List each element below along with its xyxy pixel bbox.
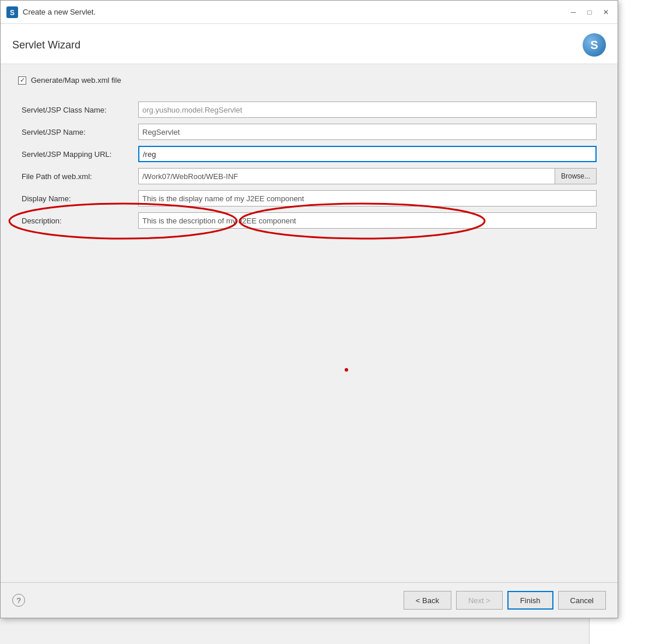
file-path-input[interactable] xyxy=(138,168,555,184)
back-button[interactable]: < Back xyxy=(404,591,451,610)
servlet-name-label: Servlet/JSP Name: xyxy=(18,121,135,143)
next-button[interactable]: Next > xyxy=(456,591,503,610)
window-controls: ─ □ ✕ xyxy=(567,6,612,18)
maximize-button[interactable]: □ xyxy=(584,6,595,18)
wizard-footer: ? < Back Next > Finish Cancel xyxy=(1,582,618,618)
dialog: S Create a new Servlet. ─ □ ✕ Servlet Wi… xyxy=(0,0,618,618)
app-icon: S xyxy=(6,6,18,18)
finish-button[interactable]: Finish xyxy=(507,591,553,610)
minimize-button[interactable]: ─ xyxy=(567,6,579,18)
class-name-label: Servlet/JSP Class Name: xyxy=(18,99,135,121)
footer-buttons: < Back Next > Finish Cancel xyxy=(404,591,606,610)
description-label: Description: xyxy=(18,209,135,232)
description-row: Description: xyxy=(18,209,600,232)
mapping-url-row: Servlet/JSP Mapping URL: xyxy=(18,143,600,165)
generate-xml-label: Generate/Map web.xml file xyxy=(31,76,121,85)
form-table: Servlet/JSP Class Name: Servlet/JSP Name… xyxy=(18,99,600,232)
svg-text:S: S xyxy=(10,9,15,17)
help-button[interactable]: ? xyxy=(12,594,25,607)
generate-xml-checkbox[interactable] xyxy=(18,76,26,85)
mapping-url-label: Servlet/JSP Mapping URL: xyxy=(18,143,135,165)
close-button[interactable]: ✕ xyxy=(600,6,612,18)
display-name-input[interactable] xyxy=(138,190,597,206)
display-name-row: Display Name: xyxy=(18,187,600,209)
cancel-button[interactable]: Cancel xyxy=(558,591,606,610)
wizard-header: Servlet Wizard S xyxy=(1,24,618,64)
dialog-title: Create a new Servlet. xyxy=(23,8,567,16)
file-path-row: File Path of web.xml: Browse... xyxy=(18,165,600,187)
wizard-title: Servlet Wizard xyxy=(12,39,80,51)
filepath-container: Browse... xyxy=(138,168,597,184)
wizard-logo: S xyxy=(583,33,606,57)
class-name-row: Servlet/JSP Class Name: xyxy=(18,99,600,121)
annotation-dot xyxy=(345,368,348,372)
titlebar: S Create a new Servlet. ─ □ ✕ xyxy=(1,1,618,24)
class-name-input[interactable] xyxy=(138,102,597,118)
browse-button[interactable]: Browse... xyxy=(555,168,597,184)
display-name-label: Display Name: xyxy=(18,187,135,209)
wizard-content: Generate/Map web.xml file Servlet/JSP Cl… xyxy=(1,64,618,582)
mapping-url-input[interactable] xyxy=(138,146,597,162)
file-path-label: File Path of web.xml: xyxy=(18,165,135,187)
generate-xml-row: Generate/Map web.xml file xyxy=(18,76,600,85)
description-input[interactable] xyxy=(138,212,597,229)
servlet-name-row: Servlet/JSP Name: xyxy=(18,121,600,143)
servlet-name-input[interactable] xyxy=(138,124,597,140)
